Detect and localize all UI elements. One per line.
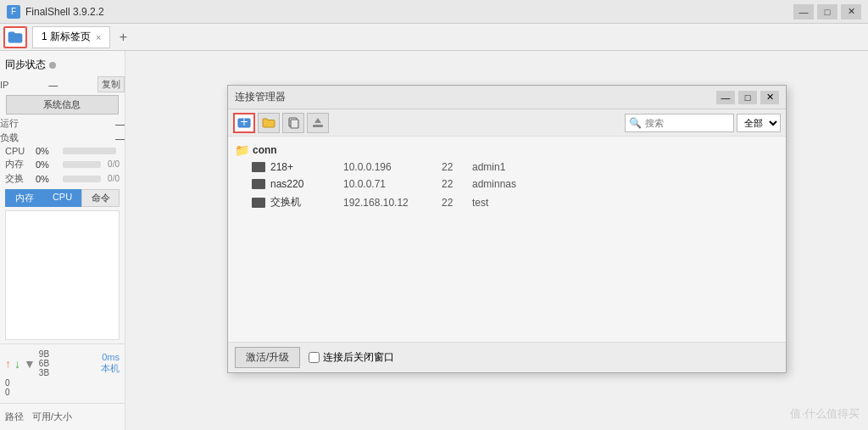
dialog-content: 📁 conn 218+ 10.0.0.196 22 admin1 bbox=[228, 137, 786, 342]
new-connection-button[interactable] bbox=[233, 113, 255, 133]
swap-progress-bar bbox=[63, 176, 101, 182]
sync-status-row: 同步状态 bbox=[0, 54, 125, 75]
conn-user-2: test bbox=[472, 197, 488, 209]
ms-label: 0ms bbox=[102, 352, 120, 362]
dialog-close-button[interactable]: ✕ bbox=[760, 91, 779, 104]
sidebar-chart bbox=[5, 210, 120, 340]
new-folder-button[interactable] bbox=[258, 113, 280, 133]
close-after-connect-checkbox[interactable] bbox=[309, 352, 320, 363]
watermark: 值·什么值得买 bbox=[790, 406, 860, 422]
sidebar: 同步状态 IP — 复制 系统信息 运行 — 负载 — CPU 0% bbox=[0, 51, 125, 430]
ms-val2: 0 bbox=[5, 388, 10, 397]
new-tab[interactable]: 1 新标签页 × bbox=[32, 26, 110, 48]
conn-ip-0: 10.0.0.196 bbox=[343, 161, 437, 173]
net-val1: 9B bbox=[39, 349, 49, 359]
svg-rect-4 bbox=[291, 120, 298, 128]
dialog-minimize-button[interactable]: — bbox=[716, 91, 735, 104]
svg-rect-5 bbox=[313, 125, 323, 127]
load-label: 负载 bbox=[0, 131, 19, 144]
dialog-overlay: 连接管理器 — □ ✕ bbox=[125, 51, 868, 430]
tab-label: 1 新标签页 bbox=[42, 30, 91, 44]
tab-close[interactable]: × bbox=[96, 32, 101, 42]
sys-info-button[interactable]: 系统信息 bbox=[6, 95, 118, 114]
conn-name-1: nas220 bbox=[270, 178, 338, 190]
ip-row: IP — 复制 bbox=[0, 75, 125, 93]
connection-item-2[interactable]: 交换机 192.168.10.12 22 test bbox=[235, 193, 779, 212]
size-label: 可用/大小 bbox=[32, 410, 72, 423]
cpu-label: CPU bbox=[5, 146, 32, 156]
search-input[interactable] bbox=[645, 118, 730, 128]
search-icon: 🔍 bbox=[629, 117, 642, 129]
dialog-title: 连接管理器 bbox=[235, 90, 286, 104]
app-window: F FinalShell 3.9.2.2 — □ ✕ 1 新标签页 × + 同步… bbox=[0, 0, 868, 430]
sidebar-tabs: 内存 CPU 命令 bbox=[5, 189, 120, 207]
tree-group-header[interactable]: 📁 conn bbox=[235, 142, 779, 159]
server-icon-1 bbox=[252, 179, 265, 189]
cpu-progress-bar bbox=[63, 148, 116, 154]
maximize-button[interactable]: □ bbox=[817, 4, 837, 20]
path-label: 路径 bbox=[5, 410, 24, 423]
conn-name-2: 交换机 bbox=[270, 195, 338, 209]
search-box: 🔍 bbox=[625, 114, 734, 132]
more-arrow-icon: ▼ bbox=[24, 357, 36, 371]
net-numbers: 0 0 bbox=[5, 377, 120, 398]
running-label: 运行 bbox=[0, 117, 19, 130]
connection-manager-dialog: 连接管理器 — □ ✕ bbox=[227, 85, 787, 373]
filter-select[interactable]: 全部 bbox=[737, 114, 781, 132]
sidebar-divider bbox=[0, 343, 125, 344]
sync-status-label: 同步状态 bbox=[5, 58, 46, 72]
net-section: ↑ ↓ ▼ 9B 6B 3B 0ms 本机 0 0 bbox=[0, 348, 125, 399]
running-dash: — bbox=[115, 119, 125, 129]
net-val2: 6B bbox=[39, 359, 49, 368]
load-dash: — bbox=[115, 133, 125, 143]
ms-val1: 0 bbox=[5, 378, 10, 388]
main-content: 同步状态 IP — 复制 系统信息 运行 — 负载 — CPU 0% bbox=[0, 51, 868, 430]
connection-manager-icon[interactable] bbox=[3, 26, 27, 48]
conn-port-2: 22 bbox=[442, 197, 467, 209]
title-bar-controls: — □ ✕ bbox=[793, 4, 861, 20]
svg-marker-6 bbox=[314, 118, 321, 123]
dialog-footer: 激活/升级 连接后关闭窗口 bbox=[228, 342, 786, 372]
sidebar-tab-cpu[interactable]: CPU bbox=[43, 189, 81, 207]
title-bar-left: F FinalShell 3.9.2.2 bbox=[7, 5, 104, 19]
conn-user-0: admin1 bbox=[472, 161, 505, 173]
close-after-connect-label: 连接后关闭窗口 bbox=[323, 350, 394, 365]
dialog-maximize-button[interactable]: □ bbox=[738, 91, 757, 104]
ip-dash: — bbox=[48, 80, 58, 90]
connection-item-0[interactable]: 218+ 10.0.0.196 22 admin1 bbox=[235, 159, 779, 176]
conn-port-1: 22 bbox=[442, 178, 467, 190]
main-area: 连接管理器 — □ ✕ bbox=[125, 51, 868, 430]
upload-arrow-icon: ↑ bbox=[5, 357, 11, 371]
mem-row: 内存 0% 0/0 bbox=[0, 157, 125, 171]
close-button[interactable]: ✕ bbox=[841, 4, 861, 20]
sidebar-bottom: 路径 可用/大小 bbox=[0, 407, 125, 427]
copy-button[interactable] bbox=[282, 113, 304, 133]
host-label: 本机 bbox=[101, 362, 120, 375]
conn-name-0: 218+ bbox=[270, 161, 338, 173]
dialog-title-bar: 连接管理器 — □ ✕ bbox=[228, 86, 786, 109]
add-tab-button[interactable]: + bbox=[112, 26, 134, 48]
mem-extra: 0/0 bbox=[108, 159, 120, 169]
close-after-connect-row: 连接后关闭窗口 bbox=[309, 350, 394, 365]
mem-progress-bar bbox=[63, 161, 101, 168]
copy-button[interactable]: 复制 bbox=[97, 76, 125, 92]
net-values: 9B 6B 3B bbox=[39, 349, 49, 377]
conn-port-0: 22 bbox=[442, 161, 467, 173]
dialog-controls: — □ ✕ bbox=[716, 91, 779, 104]
activate-button[interactable]: 激活/升级 bbox=[235, 347, 300, 368]
conn-user-1: adminnas bbox=[472, 178, 516, 190]
sidebar-tab-mem[interactable]: 内存 bbox=[5, 189, 43, 207]
server-icon-0 bbox=[252, 162, 265, 172]
sidebar-tab-cmd[interactable]: 命令 bbox=[81, 189, 120, 207]
sidebar-divider2 bbox=[0, 403, 125, 404]
import-button[interactable] bbox=[307, 113, 329, 133]
download-arrow-icon: ↓ bbox=[14, 357, 20, 371]
mem-label: 内存 bbox=[5, 158, 32, 170]
net-val3: 3B bbox=[39, 368, 49, 377]
connection-item-1[interactable]: nas220 10.0.0.71 22 adminnas bbox=[235, 176, 779, 193]
swap-value: 0% bbox=[36, 174, 56, 184]
net-right: 0ms 本机 bbox=[53, 352, 120, 375]
cpu-row: CPU 0% bbox=[0, 145, 125, 157]
dialog-toolbar: 🔍 全部 bbox=[228, 109, 786, 137]
minimize-button[interactable]: — bbox=[793, 4, 814, 20]
